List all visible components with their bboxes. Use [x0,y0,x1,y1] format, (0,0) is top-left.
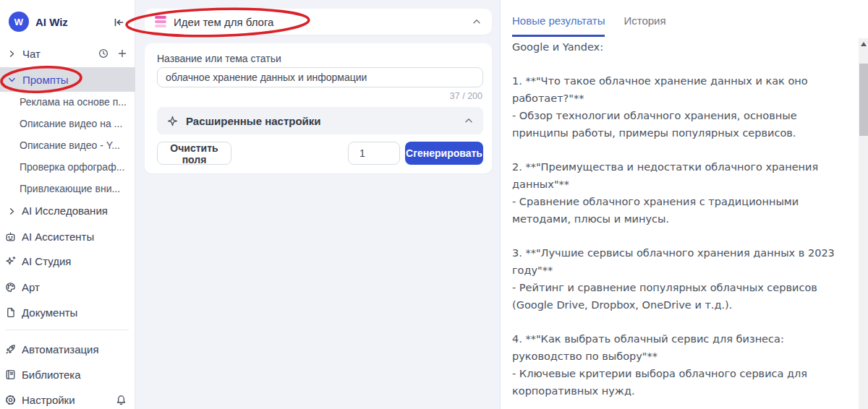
prompt-type-icon [155,16,166,27]
char-counter: 37 / 200 [450,91,482,101]
prompt-title: Идеи тем для блога [174,16,273,28]
sidebar-item-art[interactable]: Арт [0,276,135,298]
plus-icon[interactable] [116,48,128,59]
sparkles-icon [4,255,17,267]
results-panel: Новые результаты История Google и Yandex… [500,0,868,409]
sidebar-item-automation[interactable]: Автоматизация [0,338,135,360]
sidebar-item-label: AI Студия [22,255,71,267]
scrollbar-up-arrow-icon[interactable] [861,42,867,46]
sidebar-item-library[interactable]: Библиотека [0,363,135,385]
scrollbar-track[interactable] [859,38,868,409]
chevron-right-icon [7,49,17,59]
sidebar-item-ai-studio[interactable]: AI Студия [0,250,135,272]
document-icon [4,306,17,319]
advanced-settings-label: Расширенные настройки [186,115,321,127]
prompt-panel: Идеи тем для блога Название или тема ста… [135,0,500,409]
topic-input[interactable] [157,67,483,87]
collapse-sidebar-icon[interactable] [112,16,125,29]
sidebar-item-label: Настройки [22,394,75,406]
palette-icon [4,281,17,293]
sidebar-prompt-sub-item[interactable]: Реклама на основе п... [0,91,135,113]
sidebar-item-ai-assistants[interactable]: AI Ассистенты [0,225,135,247]
sidebar-item-chat[interactable]: Чат [0,43,135,64]
sidebar-item-label: AI Ассистенты [22,231,94,243]
collapse-accordion-icon[interactable] [464,116,474,126]
app-window: W AI Wiz Чат [0,0,868,409]
sidebar-prompt-sub-item[interactable]: Описание видео на ... [0,113,135,134]
result-paragraph: 3. **"Лучшие сервисы облачного хранения … [512,244,843,314]
topic-field-label: Название или тема статьи [157,53,281,64]
sidebar-item-label: Автоматизация [22,343,99,356]
tab-new-results[interactable]: Новые результаты [512,14,605,37]
chevron-right-icon [7,206,17,215]
app-logo-icon: W [9,12,29,32]
sidebar-item-prompts[interactable]: Промпты [0,67,135,92]
collapse-card-icon[interactable] [472,17,482,27]
result-paragraph: 2. **"Преимущества и недостатки облачног… [512,158,843,228]
prompt-form-card: Название или тема статьи 37 / 200 Расшир… [145,43,492,173]
sidebar-prompt-sub-item[interactable]: Привлекающие вни... [0,178,135,199]
sidebar-item-settings[interactable]: Настройки [0,389,135,409]
bell-icon[interactable] [115,394,127,406]
sidebar-item-label: Библиотека [22,369,81,381]
scrollbar-thumb[interactable] [859,64,868,136]
gear-icon [4,394,17,406]
tab-history[interactable]: История [624,14,665,37]
history-icon[interactable] [98,48,109,59]
advanced-settings-accordion[interactable]: Расширенные настройки [157,107,483,134]
results-text: Google и Yandex: 1. **"Что такое облачно… [512,38,843,409]
sidebar-prompt-sub-item[interactable]: Описание видео - Y... [0,134,135,156]
sidebar: W AI Wiz Чат [0,0,135,409]
result-paragraph: 1. **"Что такое облачное хранение данных… [512,72,843,142]
prompt-header-card[interactable]: Идеи тем для блога [145,9,492,35]
result-paragraph: 4. **"Как выбрать облачный сервис для би… [512,330,843,400]
app-name: AI Wiz [35,16,68,28]
clear-fields-button[interactable]: Очистить поля [157,142,231,165]
sidebar-item-label: AI Исследования [22,204,108,217]
sidebar-item-label: Арт [22,281,40,293]
sidebar-item-label: Промпты [22,74,69,86]
rocket-icon [4,343,17,356]
book-icon [4,369,17,381]
sidebar-prompt-sub-item[interactable]: Проверка орфограф... [0,156,135,178]
prompt-sub-list: Реклама на основе п... Описание видео на… [0,91,135,199]
result-paragraph: Google и Yandex: [512,38,843,56]
sidebar-divider [6,330,129,330]
sidebar-item-ai-research[interactable]: AI Исследования [0,199,135,221]
results-tabs: Новые результаты История [512,14,666,37]
sidebar-item-label: Чат [22,48,41,60]
generate-button[interactable]: Сгенерировать [405,142,483,165]
sidebar-item-label: Документы [22,306,77,319]
generation-count-input[interactable] [348,142,400,165]
diamond-sparkle-icon [166,115,179,127]
chevron-down-icon [7,75,17,85]
sidebar-item-documents[interactable]: Документы [0,301,135,323]
robot-icon [4,231,17,243]
